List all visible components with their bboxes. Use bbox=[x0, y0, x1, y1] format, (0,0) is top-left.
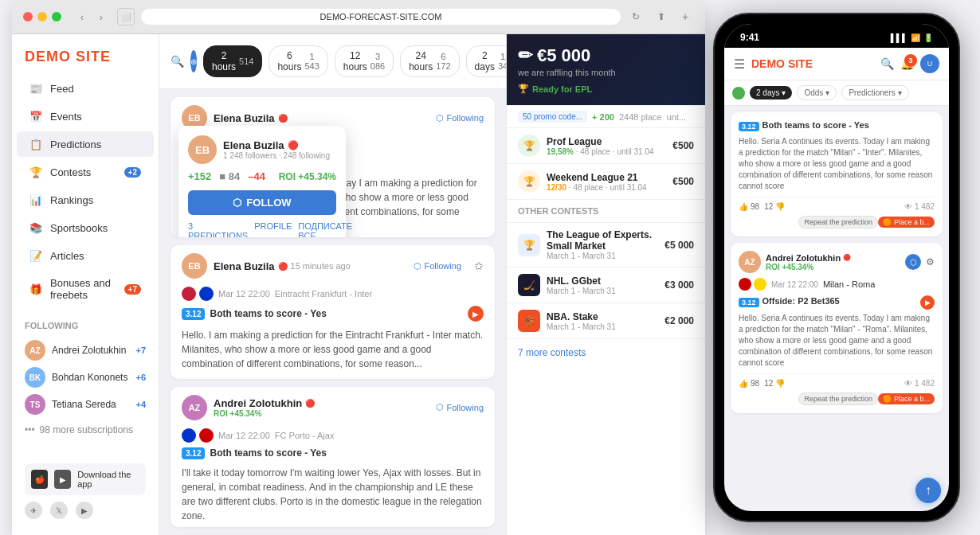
phone-views-1: 👁 1 482 bbox=[904, 379, 935, 388]
phone-footer-0: 👍 98 12 👎 👁 1 482 bbox=[739, 197, 935, 211]
filter-button[interactable]: ⊕ bbox=[190, 50, 197, 72]
following-label-1: Following bbox=[425, 261, 461, 271]
phone-filter-2days[interactable]: 2 days ▾ bbox=[750, 86, 792, 100]
phone-like-1[interactable]: 👍 98 bbox=[739, 379, 759, 388]
share-button[interactable]: ⬆ bbox=[653, 8, 670, 25]
popup-subscribe-link[interactable]: ПОДПИСАТE BCE bbox=[298, 221, 352, 237]
bookmark-btn-1[interactable]: ✩ bbox=[474, 260, 484, 272]
post-author-1: Elena Buzila bbox=[214, 260, 275, 272]
sidebar-item-feed[interactable]: 📰 Feed bbox=[17, 76, 154, 101]
download-app-btn[interactable]: 🍎 ▶ Download the app bbox=[25, 463, 146, 495]
traffic-light-green[interactable] bbox=[52, 12, 61, 21]
phone-card-author-info-1: Andrei Zolotukhin 🔴 ROI +45.34% bbox=[766, 253, 851, 271]
post-follow-2[interactable]: ⬡ Following bbox=[436, 402, 484, 412]
popup-profile-link[interactable]: PROFILE bbox=[254, 221, 292, 237]
post-follow-1[interactable]: ⬡ Following bbox=[414, 261, 461, 271]
phone-filter-odds[interactable]: Odds ▾ bbox=[797, 85, 837, 100]
filter-12hours[interactable]: 12 hours 3 086 bbox=[335, 45, 394, 77]
search-button[interactable]: 🔍 bbox=[171, 50, 184, 72]
popup-name: Elena Buzila bbox=[223, 139, 284, 151]
sidebar-label-contests: Contests bbox=[50, 166, 91, 178]
back-button[interactable]: ‹ bbox=[74, 9, 90, 25]
sidebar-item-rankings[interactable]: 📊 Rankings bbox=[17, 187, 154, 213]
phone-repeat-0[interactable]: Repeat the prediction bbox=[798, 216, 878, 228]
bonuses-badge: +7 bbox=[124, 284, 141, 295]
feed: EB Elena Buzila 🔴 ⬡ Following bbox=[159, 89, 506, 535]
filter-12hours-label: 12 hours bbox=[343, 50, 367, 72]
phone-follow-btn-1[interactable]: ⬡ bbox=[905, 254, 921, 270]
sidebar-item-contests[interactable]: 🏆 Contests +2 bbox=[17, 159, 154, 185]
telegram-link[interactable]: ✈ bbox=[25, 502, 42, 519]
other-contest-1[interactable]: 🏒 NHL. GGbet March 1 - March 31 €3 000 bbox=[507, 267, 705, 303]
phone-menu-btn[interactable]: ☰ bbox=[734, 57, 745, 72]
following-item-1[interactable]: BK Bohdan Kononets +6 bbox=[25, 364, 146, 391]
popup-header: EB Elena Buzila 🔴 1 248 followers · 248 … bbox=[188, 135, 336, 164]
traffic-light-red[interactable] bbox=[23, 12, 33, 21]
phone-verified-1: 🔴 bbox=[843, 254, 851, 261]
address-bar[interactable]: DEMO-FORECAST-SITE.COM bbox=[141, 9, 621, 25]
twitter-link[interactable]: 𝕏 bbox=[50, 502, 68, 519]
league-prize-1: €500 bbox=[672, 176, 694, 187]
events-icon: 📅 bbox=[29, 110, 42, 123]
phone-actions-1: Repeat the prediction 🟠 Place a b... bbox=[739, 388, 935, 405]
phone-bet-0[interactable]: 🟠 Place a b... bbox=[878, 217, 935, 228]
league-icon-1: 🏆 bbox=[518, 170, 540, 193]
phone-fab[interactable]: ↑ bbox=[915, 478, 941, 503]
post-time-1: 15 minutes ago bbox=[291, 261, 351, 271]
phone-bet-icon-0: 🟠 bbox=[883, 218, 892, 226]
phone-like-0[interactable]: 👍 98 bbox=[739, 202, 759, 211]
match-time-1: Mar 12 22:00 bbox=[218, 289, 270, 299]
phone-dislike-0[interactable]: 12 👎 bbox=[764, 202, 785, 211]
sidebar-item-predictions[interactable]: 📋 Predictions bbox=[17, 131, 154, 157]
following-name-1: Bohdan Kononets bbox=[52, 372, 129, 383]
phone-repeat-1[interactable]: Repeat the prediction bbox=[798, 392, 878, 405]
more-subs[interactable]: ••• 98 more subscriptions bbox=[25, 418, 146, 442]
browser-action-btn[interactable]: ⬜ bbox=[117, 8, 135, 25]
phone-filter-predictioners[interactable]: Predictioners ▾ bbox=[841, 85, 908, 100]
contest-prize: ✏ €5 000 bbox=[518, 45, 694, 66]
following-item-2[interactable]: TS Tetiana Sereda +4 bbox=[25, 391, 146, 418]
sidebar-label-predictions: Predictions bbox=[50, 139, 101, 150]
sidebar-item-events[interactable]: 📅 Events bbox=[17, 103, 154, 129]
match-time-2: Mar 12 22:00 bbox=[218, 431, 270, 440]
other-contest-0[interactable]: 🏆 The League of Experts. Small Market Ma… bbox=[507, 222, 705, 267]
traffic-light-yellow[interactable] bbox=[37, 12, 47, 21]
other-contest-2[interactable]: 🏀 NBA. Stake March 1 - March 31 €2 000 bbox=[507, 303, 705, 338]
filter-6hours[interactable]: 6 hours 1 543 bbox=[269, 45, 327, 77]
phone-bet-1[interactable]: 🟠 Place a b... bbox=[878, 393, 935, 404]
main-content: 🔍 ⊕ 2 hours 514 6 hours 1 543 12 hours 3… bbox=[159, 34, 506, 535]
following-item-0[interactable]: AZ Andrei Zolotukhin +7 bbox=[25, 337, 146, 364]
phone-dislike-1[interactable]: 12 👎 bbox=[764, 379, 785, 388]
phone-play-btn-1[interactable]: ▶ bbox=[920, 295, 935, 310]
more-contests-link[interactable]: 7 more contests bbox=[507, 338, 705, 366]
league-item-0[interactable]: 🏆 Prof League 19,58% · 48 place · until … bbox=[507, 127, 705, 163]
sidebar-item-sportsbooks[interactable]: 📚 Sportsbooks bbox=[17, 215, 154, 240]
league-meta-0: 19,58% · 48 place · until 31.04 bbox=[547, 147, 666, 156]
filter-24hours[interactable]: 24 hours 6 172 bbox=[400, 45, 459, 77]
sidebar-item-bonuses[interactable]: 🎁 Bonuses and freebets +7 bbox=[17, 271, 154, 307]
forward-button[interactable]: › bbox=[93, 9, 109, 25]
phone-feed: 3.12 Both teams to score - Yes Hello. Se… bbox=[724, 106, 949, 511]
post-match-2: Mar 12 22:00 FC Porto - Ajax bbox=[171, 425, 495, 446]
follow-button[interactable]: ⬡ FOLLOW bbox=[188, 190, 336, 215]
youtube-link[interactable]: ▶ bbox=[76, 502, 93, 519]
phone-search-icon[interactable]: 🔍 bbox=[880, 57, 894, 70]
right-panel: ✏ €5 000 we are raffling this month 🏆 Re… bbox=[506, 34, 705, 535]
phone-settings-btn-1[interactable]: ⚙ bbox=[926, 256, 935, 268]
sportsbooks-icon: 📚 bbox=[29, 221, 42, 234]
filter-2hours[interactable]: 2 hours 514 bbox=[203, 45, 262, 77]
post-follow-0[interactable]: ⬡ Following bbox=[436, 113, 484, 123]
filter-2days[interactable]: 2 days 12 345 bbox=[466, 45, 506, 77]
phone-verified-icon bbox=[732, 87, 745, 100]
reload-button[interactable]: ↻ bbox=[627, 8, 645, 25]
league-item-1[interactable]: 🏆 Weekend League 21 12/30 · 48 place · u… bbox=[507, 163, 705, 199]
prize-place-bonus: + 200 bbox=[592, 112, 614, 122]
download-label: Download the app bbox=[77, 470, 139, 489]
league-roi-1: 12/30 bbox=[547, 183, 566, 192]
popup-predictions-link[interactable]: 3 PREDICTIONS bbox=[188, 221, 248, 237]
add-tab-button[interactable]: + bbox=[676, 8, 694, 25]
sidebar-item-articles[interactable]: 📝 Articles bbox=[17, 243, 154, 268]
play-btn-1[interactable]: ▶ bbox=[468, 306, 484, 322]
phone-user-avatar[interactable]: U bbox=[920, 54, 939, 73]
sidebar-label-bonuses: Bonuses and freebets bbox=[50, 277, 116, 301]
